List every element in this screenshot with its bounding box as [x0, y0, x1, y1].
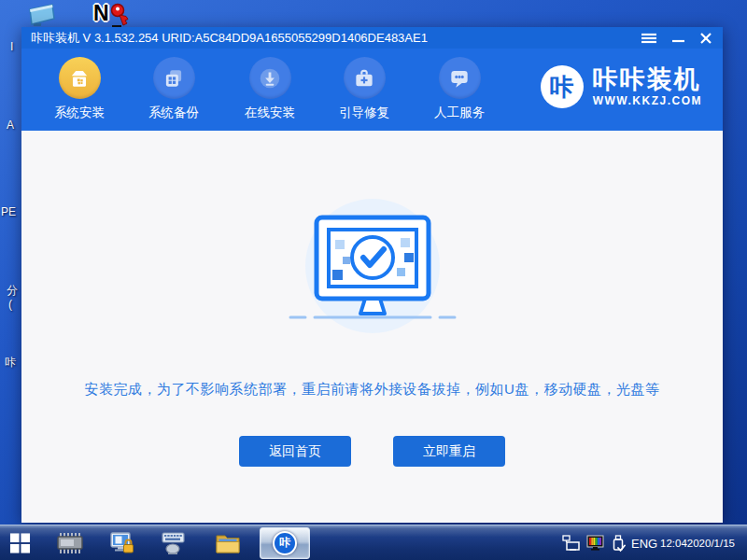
- desktop-icon-label-fragment[interactable]: 咔: [5, 355, 16, 371]
- monitor-check-icon: [279, 193, 466, 343]
- system-install-icon: [59, 57, 101, 99]
- desktop-icon-n-key-app[interactable]: N: [93, 1, 136, 29]
- brand-site-url: WWW.KKZJ.COM: [593, 94, 702, 107]
- nav-label: 系统备份: [132, 105, 216, 121]
- brand-text: 咔咔装机 WWW.KKZJ.COM: [593, 66, 702, 107]
- nav-item-online-install[interactable]: 在线安装: [228, 57, 312, 121]
- memory-chip-icon: [56, 530, 84, 556]
- n-letter: N: [93, 1, 109, 26]
- nav-label: 引导修复: [322, 105, 406, 121]
- taskbar-app-file-explorer[interactable]: [215, 531, 241, 555]
- system-backup-icon: [153, 57, 195, 99]
- folder-icon: [215, 531, 241, 555]
- tray-usb-icon[interactable]: [611, 534, 626, 553]
- menu-icon[interactable]: [641, 33, 656, 44]
- tray-time: 12:04: [660, 537, 687, 549]
- kaka-app-icon: 咔: [273, 531, 297, 555]
- tray-language-indicator[interactable]: ENG: [631, 536, 657, 550]
- minimize-icon[interactable]: [672, 33, 684, 44]
- red-key-icon: [108, 3, 133, 29]
- taskbar-app-chip[interactable]: [56, 530, 84, 556]
- tilted-monitor-icon: [26, 3, 58, 28]
- boot-repair-icon: [344, 57, 386, 99]
- restart-now-button[interactable]: 立即重启: [393, 436, 505, 467]
- nav-label: 人工服务: [417, 105, 501, 121]
- monitor-lock-icon: [109, 530, 135, 556]
- brand-name: 咔咔装机: [593, 66, 702, 92]
- close-icon[interactable]: [700, 33, 712, 44]
- taskbar-app-kaka-active[interactable]: 咔: [260, 527, 310, 559]
- desktop-icon-label-fragment[interactable]: 分: [7, 283, 18, 299]
- completion-message: 安装完成，为了不影响系统部署，重启前请将外接设备拔掉，例如U盘，移动硬盘，光盘等: [21, 381, 723, 399]
- nav-item-system-install[interactable]: 系统安装: [37, 57, 121, 121]
- desktop-icon-label-fragment[interactable]: PE: [1, 205, 16, 218]
- window-controls: [641, 33, 723, 44]
- nav-bar: 系统安装 系统备份: [21, 49, 723, 131]
- brand-logo: 咔 咔咔装机 WWW.KKZJ.COM: [541, 65, 702, 108]
- action-buttons: 返回首页 立即重启: [21, 436, 723, 467]
- human-service-icon: [439, 57, 481, 99]
- windows-logo-icon: [9, 532, 31, 553]
- desktop-icon-label-fragment[interactable]: (: [8, 298, 12, 311]
- tray-date: 2020/1/15: [687, 537, 735, 549]
- taskbar-app-display-lock[interactable]: [109, 530, 135, 556]
- desktop-icon-label-fragment[interactable]: I: [10, 40, 13, 53]
- brand-mark: 咔: [541, 65, 584, 108]
- title-bar: 咔咔装机 V 3.1.532.254 URID:A5C84DD9A1655055…: [21, 27, 723, 49]
- tray-clock[interactable]: 12:04 2020/1/15: [661, 537, 740, 549]
- window-title: 咔咔装机 V 3.1.532.254 URID:A5C84DD9A1655055…: [31, 30, 641, 47]
- return-home-button[interactable]: 返回首页: [239, 436, 351, 467]
- nav-item-system-backup[interactable]: 系统备份: [132, 57, 216, 121]
- nav-item-boot-repair[interactable]: 引导修复: [322, 57, 406, 121]
- taskbar-app-keyboard[interactable]: [161, 530, 187, 556]
- main-content: 安装完成，为了不影响系统部署，重启前请将外接设备拔掉，例如U盘，移动硬盘，光盘等…: [21, 131, 723, 523]
- desktop-icon-label-fragment[interactable]: A: [7, 119, 14, 132]
- nav-label: 系统安装: [37, 105, 121, 121]
- tray-network-icon[interactable]: [562, 535, 581, 552]
- start-button[interactable]: [9, 532, 31, 553]
- keyboard-monitor-icon: [161, 530, 187, 556]
- taskbar: 咔 ENG 12:04 2020/1/15: [0, 525, 747, 560]
- online-install-icon: [249, 57, 291, 99]
- desktop: { "window": { "title": "咔咔装机 V 3.1.532.2…: [0, 0, 747, 560]
- nav-item-human-service[interactable]: 人工服务: [417, 57, 501, 121]
- kaka-installer-window: 咔咔装机 V 3.1.532.254 URID:A5C84DD9A1655055…: [21, 27, 723, 523]
- nav-label: 在线安装: [228, 105, 312, 121]
- install-complete-illustration: [279, 193, 466, 346]
- tray-display-icon[interactable]: [586, 535, 605, 552]
